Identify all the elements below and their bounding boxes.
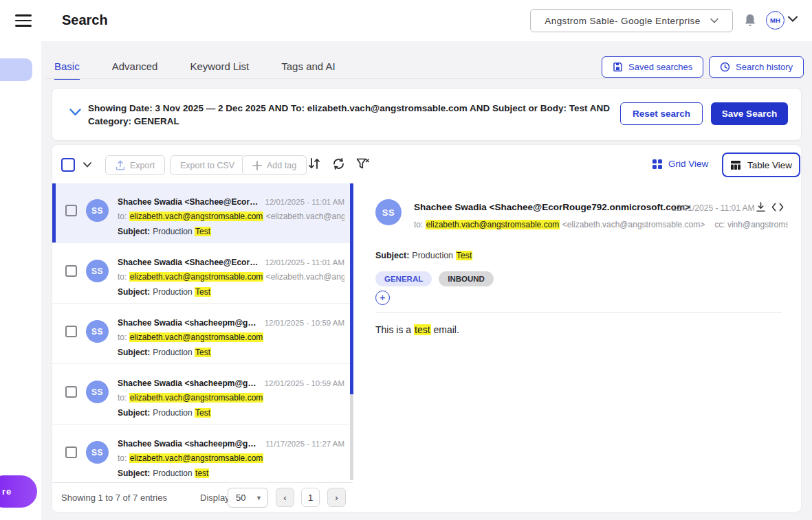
sender-avatar: SS xyxy=(86,320,109,343)
saved-searches-button[interactable]: Saved searches xyxy=(602,56,703,78)
tabs-divider xyxy=(45,78,802,79)
tab-basic[interactable]: Basic xyxy=(54,60,80,80)
row-checkbox[interactable] xyxy=(65,326,77,337)
page-number-button[interactable]: 1 xyxy=(301,488,320,507)
hamburger-menu-icon[interactable] xyxy=(15,14,32,27)
row-checkbox[interactable] xyxy=(65,205,77,216)
sidebar-active-item[interactable] xyxy=(0,58,32,81)
search-tabs: Basic Advanced Keyword List Tags and AI xyxy=(54,60,336,80)
add-tag-button[interactable]: Add tag xyxy=(242,155,307,175)
highlighted-subject-term: Test xyxy=(456,251,473,260)
highlighted-recipient: elizabeth.vach@angstromsable.com xyxy=(129,393,264,403)
row-checkbox[interactable] xyxy=(65,446,77,458)
organization-selector[interactable]: Angstrom Sable- Google Enterprise xyxy=(530,9,733,32)
export-to-csv-button[interactable]: Export to CSV xyxy=(170,155,245,175)
detail-to-line: to: elizabeth.vach@angstromsable.com <el… xyxy=(414,220,788,229)
refresh-icon[interactable] xyxy=(332,158,345,170)
email-subject-line: Subject:Production Test xyxy=(118,287,344,297)
grid-view-label: Grid View xyxy=(668,159,708,169)
code-view-icon[interactable] xyxy=(771,203,784,212)
tag-general[interactable]: GENERAL xyxy=(375,271,432,286)
save-search-button[interactable]: Save Search xyxy=(711,102,788,125)
sender-avatar: SS xyxy=(86,441,109,464)
previous-page-button[interactable]: ‹ xyxy=(276,488,294,507)
sender-avatar: SS xyxy=(86,260,109,282)
sender-name: Shachee Swadia <shacheepm@gmail.com> xyxy=(118,439,259,449)
tab-keyword-list[interactable]: Keyword List xyxy=(190,60,249,80)
export-to-csv-label: Export to CSV xyxy=(180,161,234,170)
email-date: 12/01/2025 - 11:01 AM xyxy=(265,198,344,206)
top-bar: Search Angstrom Sable- Google Enterprise… xyxy=(0,0,812,41)
fab-button[interactable]: re xyxy=(0,475,37,508)
showing-entries-text: Showing 1 to 7 of 7 entries xyxy=(61,493,167,503)
detail-sender-name: Shachee Swadia <Shachee@EcorRouge792.onm… xyxy=(414,202,690,212)
highlighted-recipient: elizabeth.vach@angstromsable.com xyxy=(129,332,264,342)
email-subject-line: Subject:Production Test xyxy=(118,348,344,357)
row-checkbox[interactable] xyxy=(65,265,77,277)
email-list-item[interactable]: SS Shachee Swadia <Shachee@EcorRouge7...… xyxy=(52,183,353,243)
list-scrollbar-track[interactable] xyxy=(350,183,353,480)
search-summary-text: Showing Date: 3 Nov 2025 — 2 Dec 2025 AN… xyxy=(88,102,621,128)
email-subject-line: Subject:Production test xyxy=(118,468,344,478)
fab-button-label: re xyxy=(2,486,12,497)
detail-divider xyxy=(375,312,782,313)
notifications-bell-icon[interactable] xyxy=(743,13,757,28)
sort-icon[interactable] xyxy=(308,158,320,169)
email-date: 11/17/2025 - 11:27 AM xyxy=(265,440,344,448)
email-list-item[interactable]: SS Shachee Swadia <shacheepm@gmail.com>1… xyxy=(52,365,353,425)
add-tag-label: Add tag xyxy=(267,161,296,170)
select-all-chevron-icon[interactable] xyxy=(83,162,91,168)
user-avatar-initials: MH xyxy=(770,16,780,24)
page-size-select[interactable]: 50 ▼ xyxy=(228,488,268,508)
reset-search-button[interactable]: Reset search xyxy=(620,102,703,125)
email-list: SS Shachee Swadia <Shachee@EcorRouge7...… xyxy=(52,183,353,484)
highlighted-recipient: elizabeth.vach@angstromsable.com xyxy=(426,220,560,229)
highlighted-subject-term: Test xyxy=(195,227,211,236)
grid-view-icon xyxy=(652,159,662,169)
user-avatar[interactable]: MH xyxy=(766,11,784,30)
tag-inbound[interactable]: INBOUND xyxy=(439,271,494,286)
display-label: Display xyxy=(200,493,230,503)
saved-searches-label: Saved searches xyxy=(628,62,692,72)
highlighted-subject-term: Test xyxy=(195,408,211,418)
email-to-line: to: elizabeth.vach@angstromsable.com xyxy=(118,393,344,403)
plus-icon xyxy=(252,161,262,170)
search-history-button[interactable]: Search history xyxy=(709,56,804,78)
sender-name: Shachee Swadia <Shachee@EcorRouge7... xyxy=(118,258,259,267)
email-date: 12/01/2025 - 10:59 AM xyxy=(265,319,344,327)
grid-view-button[interactable]: Grid View xyxy=(652,159,708,169)
search-summary-card: Showing Date: 3 Nov 2025 — 2 Dec 2025 AN… xyxy=(52,88,802,141)
email-list-item[interactable]: SS Shachee Swadia <shacheepm@gmail.com>1… xyxy=(52,304,353,364)
left-sidebar: re xyxy=(0,41,41,520)
tab-tags-and-ai[interactable]: Tags and AI xyxy=(281,60,335,80)
summary-collapse-chevron-icon[interactable] xyxy=(69,109,81,116)
highlighted-recipient: elizabeth.vach@angstromsable.com xyxy=(129,453,264,463)
list-footer: Showing 1 to 7 of 7 entries Display 50 ▼… xyxy=(52,482,353,512)
sender-name: Shachee Swadia <Shachee@EcorRouge7... xyxy=(118,197,259,207)
chevron-down-icon xyxy=(710,18,718,23)
row-checkbox[interactable] xyxy=(65,386,77,398)
list-scrollbar-thumb[interactable] xyxy=(350,183,353,394)
email-list-item[interactable]: SS Shachee Swadia <Shachee@EcorRouge7...… xyxy=(52,244,353,304)
app-root: Search Angstrom Sable- Google Enterprise… xyxy=(0,0,812,520)
add-tag-circle-button[interactable]: + xyxy=(375,291,390,305)
select-all-checkbox[interactable] xyxy=(61,158,75,172)
detail-tags: GENERAL INBOUND xyxy=(375,271,494,286)
next-page-button[interactable]: › xyxy=(327,488,346,507)
email-date: 12/01/2025 - 10:59 AM xyxy=(265,379,344,387)
download-icon[interactable] xyxy=(756,202,766,212)
table-view-icon xyxy=(730,160,741,170)
highlighted-body-term: test xyxy=(414,324,431,335)
detail-email-date: 12/01/2025 - 11:01 AM xyxy=(672,203,755,213)
email-list-item[interactable]: SS Shachee Swadia <shacheepm@gmail.com>1… xyxy=(52,425,353,484)
results-card: Export Export to CSV Add tag Grid View T… xyxy=(52,144,802,512)
user-menu-chevron-icon[interactable] xyxy=(788,16,798,22)
filter-clear-icon[interactable] xyxy=(356,158,370,170)
sender-avatar: SS xyxy=(86,199,109,222)
email-date: 12/01/2025 - 11:01 AM xyxy=(265,258,344,267)
tab-advanced[interactable]: Advanced xyxy=(112,60,158,80)
email-subject-line: Subject:Production Test xyxy=(118,408,344,418)
table-view-button[interactable]: Table View xyxy=(722,152,800,177)
export-button[interactable]: Export xyxy=(105,155,165,175)
email-subject-line: Subject:Production Test xyxy=(118,227,344,236)
